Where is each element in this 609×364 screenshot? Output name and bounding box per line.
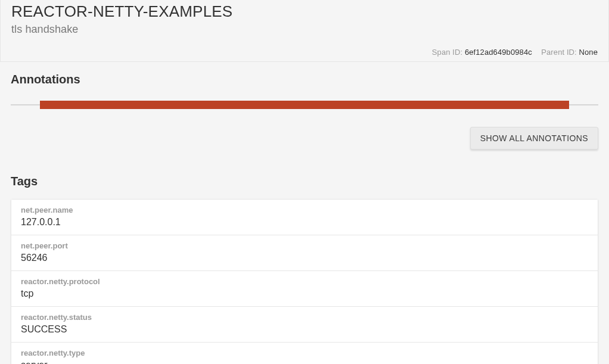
annotations-section: Annotations SHOW ALL ANNOTATIONS — [0, 62, 609, 150]
tag-item: net.peer.name 127.0.0.1 — [11, 199, 598, 235]
tag-key: reactor.netty.protocol — [21, 277, 588, 286]
tag-value: tcp — [21, 288, 588, 299]
service-name: REACTOR-NETTY-EXAMPLES — [11, 2, 598, 21]
annotations-actions: SHOW ALL ANNOTATIONS — [11, 127, 598, 150]
parent-id-label: Parent ID: — [541, 48, 577, 57]
tags-section: Tags net.peer.name 127.0.0.1 net.peer.po… — [0, 164, 609, 364]
show-all-annotations-button[interactable]: SHOW ALL ANNOTATIONS — [470, 127, 598, 150]
tag-key: net.peer.name — [21, 206, 588, 214]
tag-key: net.peer.port — [21, 241, 588, 250]
tag-value: server — [21, 360, 588, 364]
tag-item: reactor.netty.protocol tcp — [11, 271, 598, 307]
span-detail-page: REACTOR-NETTY-EXAMPLES tls handshake Spa… — [0, 0, 609, 364]
tag-key: reactor.netty.type — [21, 349, 588, 357]
span-id-label: Span ID: — [432, 48, 462, 57]
tag-value: SUCCESS — [21, 324, 588, 335]
span-ids: Span ID: 6ef12ad649b0984c Parent ID: Non… — [11, 48, 598, 57]
tags-list: net.peer.name 127.0.0.1 net.peer.port 56… — [11, 199, 598, 364]
tag-key: reactor.netty.status — [21, 313, 588, 322]
timeline-span-bar — [40, 101, 568, 109]
span-id-value: 6ef12ad649b0984c — [465, 48, 532, 57]
tag-item: reactor.netty.status SUCCESS — [11, 307, 598, 343]
tag-value: 127.0.0.1 — [21, 217, 588, 228]
annotations-title: Annotations — [11, 73, 598, 86]
span-name: tls handshake — [11, 23, 598, 36]
parent-id-value: None — [579, 48, 598, 57]
span-header: REACTOR-NETTY-EXAMPLES tls handshake Spa… — [0, 0, 609, 62]
tag-item: net.peer.port 56246 — [11, 235, 598, 271]
tag-item: reactor.netty.type server — [11, 343, 598, 364]
annotations-timeline — [11, 101, 598, 109]
tags-title: Tags — [11, 175, 598, 188]
tag-value: 56246 — [21, 253, 588, 263]
